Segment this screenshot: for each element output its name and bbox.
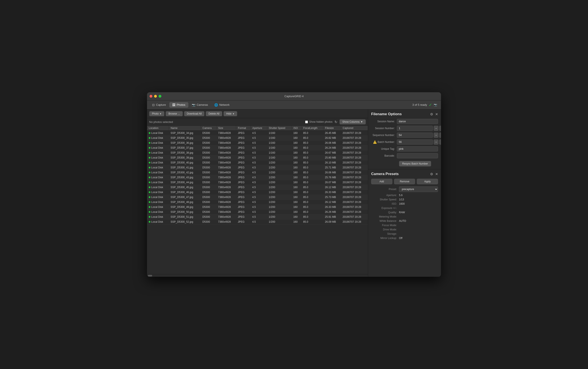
table-cell: 20190707 20:28	[341, 145, 368, 150]
filename-close-icon[interactable]: ✕	[435, 112, 438, 116]
table-cell: D5300	[201, 136, 216, 141]
table-row[interactable]: Local DiskSSP_D5300_35.jpgD53007380x4928…	[147, 136, 368, 141]
session-number-decrement[interactable]: −	[434, 126, 438, 131]
table-row[interactable]: Local DiskSSP_D5300_43.jpgD53007380x4928…	[147, 175, 368, 180]
col-focal: FocalLength	[302, 126, 323, 131]
table-cell: Local Disk	[147, 136, 169, 141]
status-dot	[149, 152, 150, 154]
table-row[interactable]: Local DiskSSP_D5300_48.jpgD53007380x4928…	[147, 200, 368, 205]
window-title: CaptureGRID 4	[284, 95, 304, 98]
presets-close-icon[interactable]: ✕	[435, 172, 438, 176]
filename-options-title: Filename Options	[371, 112, 402, 116]
mirror-row: Mirror Lockup: Off	[371, 237, 438, 240]
table-row[interactable]: Local DiskSSP_D5300_38.jpgD53007380x4928…	[147, 150, 368, 155]
table-cell: 1/200	[267, 210, 292, 215]
table-row[interactable]: Local DiskSSP_D5300_40.jpgD53007380x4928…	[147, 160, 368, 165]
table-row[interactable]: Local DiskSSP_D5300_44.jpgD53007380x4928…	[147, 180, 368, 185]
table-cell: Local Disk	[147, 131, 169, 136]
session-number-input[interactable]	[397, 126, 433, 131]
session-number-increment[interactable]: +	[439, 126, 441, 131]
remove-preset-button[interactable]: Remove	[394, 179, 415, 184]
add-preset-button[interactable]: Add	[371, 179, 392, 184]
table-cell: 7380x4928	[216, 190, 236, 195]
close-button[interactable]	[150, 95, 152, 98]
table-cell: 4.5	[251, 170, 267, 175]
table-row[interactable]: Local DiskSSP_D5300_37.jpgD53007380x4928…	[147, 145, 368, 150]
table-cell: 20190707 20:28	[341, 219, 368, 225]
table-cell: 25.71 MB	[323, 165, 341, 170]
table-row[interactable]: Local DiskSSP_D5300_51.jpgD53007380x4928…	[147, 215, 368, 219]
table-row[interactable]: Local DiskSSP_D5300_46.jpgD53007380x4928…	[147, 190, 368, 195]
table-cell: JPEG	[236, 131, 251, 136]
minimize-button[interactable]	[154, 95, 157, 98]
table-row[interactable]: Local DiskSSP_D5300_42.jpgD53007380x4928…	[147, 170, 368, 175]
table-row[interactable]: Local DiskSSP_D5300_34.jpgD53007380x4928…	[147, 131, 368, 136]
download-all-button[interactable]: Download All	[184, 111, 205, 116]
table-cell: 85.0	[302, 195, 323, 200]
table-cell: 26.06 MB	[323, 141, 341, 145]
horizontal-scrollbar[interactable]	[147, 274, 368, 277]
batch-number-input[interactable]	[397, 139, 433, 144]
table-row[interactable]: Local DiskSSP_D5300_39.jpgD53007380x4928…	[147, 155, 368, 160]
preset-select[interactable]: precapture	[399, 186, 438, 192]
barcode-input[interactable]	[397, 153, 438, 158]
table-cell: 25.91 MB	[323, 215, 341, 219]
filename-options-header: Filename Options ⚙ ✕	[371, 112, 438, 116]
tab-network-label: Network	[219, 103, 229, 106]
sequence-number-input[interactable]	[397, 133, 433, 138]
table-cell: 4.5	[251, 141, 267, 145]
table-row[interactable]: Local DiskSSP_D5300_50.jpgD53007380x4928…	[147, 210, 368, 215]
table-cell: 85.0	[302, 131, 323, 136]
batch-number-increment[interactable]: +	[439, 139, 441, 144]
aperture-label: Aperture:	[371, 194, 399, 197]
table-cell: 85.0	[302, 145, 323, 150]
resync-batch-button[interactable]: Resync Batch Number	[399, 161, 431, 166]
filename-settings-icon[interactable]: ⚙	[430, 112, 433, 116]
titlebar: CaptureGRID 4	[147, 92, 441, 100]
table-row[interactable]: Local DiskSSP_D5300_45.jpgD53007380x4928…	[147, 185, 368, 190]
exposure-label: Exposure +/-:	[371, 207, 399, 210]
status-dot	[149, 176, 150, 178]
presets-settings-icon[interactable]: ⚙	[430, 172, 433, 176]
show-columns-button[interactable]: Show Columns ▼	[339, 119, 366, 124]
session-number-row: Session Number: − +	[371, 126, 438, 131]
table-cell: 7380x4928	[216, 155, 236, 160]
maximize-button[interactable]	[158, 95, 161, 98]
tab-photos[interactable]: 🖼 Photos	[169, 102, 188, 108]
delete-all-button[interactable]: Delete All	[206, 111, 222, 116]
exposure-row: Exposure +/-:	[371, 207, 438, 210]
status-dot	[149, 206, 150, 208]
table-row[interactable]: Local DiskSSP_D5300_36.jpgD53007380x4928…	[147, 141, 368, 145]
apply-preset-button[interactable]: Apply	[417, 179, 438, 184]
table-row[interactable]: Local DiskSSP_D5300_41.jpgD53007380x4928…	[147, 165, 368, 170]
table-cell: Local Disk	[147, 160, 169, 165]
table-cell: 160	[292, 170, 302, 175]
show-hidden-checkbox[interactable]	[305, 121, 308, 123]
table-cell: 4.5	[251, 165, 267, 170]
table-row[interactable]: Local DiskSSP_D5300_52.jpgD53007380x4928…	[147, 219, 368, 225]
sequence-number-decrement[interactable]: −	[434, 133, 438, 138]
session-name-input[interactable]	[397, 119, 438, 124]
photo-button[interactable]: Photo ▼	[149, 111, 164, 116]
table-cell: 4.5	[251, 190, 267, 195]
hide-button[interactable]: Hide ▼	[224, 111, 237, 116]
browse-button[interactable]: Browse ...	[166, 111, 183, 116]
sequence-number-increment[interactable]: +	[439, 133, 441, 138]
batch-number-control: − +	[397, 139, 441, 144]
batch-number-decrement[interactable]: −	[434, 139, 438, 144]
table-cell: SSP_D5300_38.jpg	[169, 150, 201, 155]
tab-cameras[interactable]: 📷 Cameras	[189, 102, 211, 108]
filter-row: No photos selected Show hidden photos ↻ …	[147, 118, 368, 126]
status-dot	[149, 196, 150, 198]
table-cell: 7380x4928	[216, 205, 236, 210]
table-row[interactable]: Local DiskSSP_D5300_49.jpgD53007380x4928…	[147, 205, 368, 210]
main-content: Photo ▼ Browse ... Download All Delete A…	[147, 109, 441, 277]
table-row[interactable]: Local DiskSSP_D5300_47.jpgD53007380x4928…	[147, 195, 368, 200]
table-cell: Local Disk	[147, 155, 169, 160]
table-cell: 20190707 20:28	[341, 215, 368, 219]
unique-tag-input[interactable]	[397, 146, 438, 152]
wb-row: White Balance: AUTO	[371, 219, 438, 223]
tab-capture[interactable]: ⊡ Capture	[149, 102, 169, 108]
tab-network[interactable]: 🌐 Network	[211, 102, 233, 108]
refresh-button[interactable]: ↻	[334, 120, 337, 124]
